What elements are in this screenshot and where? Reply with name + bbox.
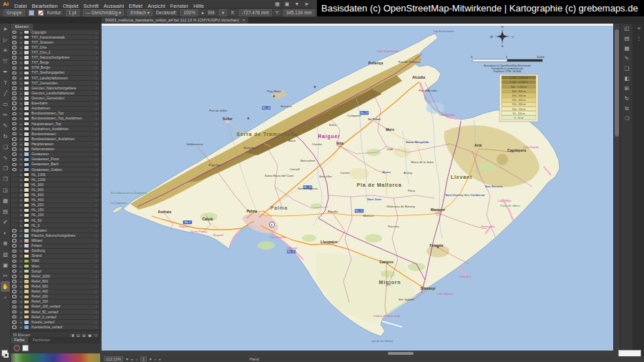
dock-panel-icon-1[interactable]: ▤ <box>620 34 633 44</box>
visibility-eye-icon[interactable] <box>11 279 19 283</box>
pencil-tool[interactable]: ✎ <box>1 120 10 131</box>
expand-icon[interactable]: ▸ <box>19 265 24 268</box>
tab-farbfelder[interactable]: Farbfelder <box>29 337 54 343</box>
expand-icon[interactable]: ▸ <box>19 92 24 95</box>
visibility-eye-icon[interactable] <box>11 325 19 329</box>
tab-farbe[interactable]: Farbe <box>11 337 28 343</box>
target-circle-icon[interactable]: ○ <box>95 285 99 288</box>
visibility-eye-icon[interactable] <box>11 56 19 60</box>
layer-name[interactable]: TXT_Orte_2 <box>29 51 95 54</box>
expand-icon[interactable]: ▸ <box>19 249 24 253</box>
target-circle-icon[interactable]: ○ <box>95 275 99 278</box>
target-circle-icon[interactable]: ○ <box>95 56 99 59</box>
hand-tool[interactable]: ✋ <box>1 281 10 292</box>
visibility-eye-icon[interactable] <box>11 142 19 146</box>
target-circle-icon[interactable]: ○ <box>95 117 99 120</box>
layer-name[interactable]: HL_0 <box>29 224 95 228</box>
perspective-grid-tool[interactable]: ◳ <box>1 185 10 195</box>
expand-icon[interactable]: ▸ <box>19 31 24 34</box>
visibility-eye-icon[interactable] <box>11 233 19 238</box>
column-graph-tool[interactable]: ▥ <box>1 249 10 260</box>
stroke-color-swatch[interactable] <box>38 10 44 16</box>
expand-icon[interactable]: ▸ <box>19 82 24 85</box>
expand-icon[interactable]: ▸ <box>19 198 24 202</box>
scale-tool[interactable]: ❏ <box>1 142 10 152</box>
layer-name[interactable]: HL_1200 <box>29 178 95 182</box>
visibility-eye-icon[interactable] <box>11 127 19 131</box>
visibility-eye-icon[interactable] <box>11 91 19 95</box>
fardock-icon-1[interactable]: ⋮ <box>633 34 644 44</box>
dock-panel-icon-3[interactable]: ✎ <box>620 54 633 64</box>
target-circle-icon[interactable]: ○ <box>95 127 99 131</box>
expand-icon[interactable]: ▸ <box>19 127 24 131</box>
visibility-eye-icon[interactable] <box>11 102 19 106</box>
expand-icon[interactable]: ▸ <box>19 259 24 263</box>
target-circle-icon[interactable]: ○ <box>95 107 99 110</box>
layer-name[interactable]: TXT_Orte <box>29 46 95 49</box>
vertical-scroll-thumb[interactable] <box>615 29 619 137</box>
visibility-eye-icon[interactable] <box>11 76 19 80</box>
visibility-eye-icon[interactable] <box>11 238 19 243</box>
tab-ebenen[interactable]: Ebenen <box>11 24 33 30</box>
stroke-well[interactable] <box>4 353 9 358</box>
layer-name[interactable]: Relief_400 <box>29 290 95 293</box>
document-canvas[interactable]: ✈ N O S W 0 5 10 km Basisdat <box>102 24 613 351</box>
expand-icon[interactable]: ▸ <box>19 152 24 156</box>
expand-icon[interactable]: ▸ <box>19 239 24 243</box>
visibility-eye-icon[interactable] <box>11 274 19 278</box>
dock-panel-icon-8[interactable]: ⧉ <box>620 104 633 114</box>
target-circle-icon[interactable]: ○ <box>95 310 99 314</box>
layer-name[interactable]: HL_800 <box>29 188 95 192</box>
target-circle-icon[interactable]: ○ <box>95 280 99 283</box>
zoom-tool[interactable]: ⌕ <box>1 292 10 303</box>
visibility-eye-icon[interactable] <box>11 300 19 304</box>
layer-name[interactable]: Wald <box>29 259 95 263</box>
target-circle-icon[interactable]: ○ <box>95 112 99 115</box>
x-field[interactable]: -727,476 mm <box>239 9 272 16</box>
pen-tool[interactable]: ✒ <box>1 67 10 77</box>
target-circle-icon[interactable]: ○ <box>95 66 99 69</box>
expand-icon[interactable]: ▸ <box>19 183 24 187</box>
horizontal-scrollbar[interactable] <box>102 351 613 356</box>
artboard-tool[interactable]: ▣ <box>1 260 10 270</box>
close-icon[interactable]: × <box>243 17 245 24</box>
target-circle-icon[interactable]: ○ <box>95 77 99 80</box>
expand-icon[interactable]: ▸ <box>19 203 24 207</box>
expand-icon[interactable]: ▸ <box>19 315 24 319</box>
prev-artboard-icon[interactable]: ‹ <box>136 357 137 361</box>
expand-icon[interactable]: ▸ <box>19 213 24 217</box>
visibility-eye-icon[interactable] <box>11 40 19 44</box>
document-tab[interactable]: 50063_mallorca_basiskarte_vektor_a4 bei … <box>102 17 248 24</box>
layer-name[interactable]: Relief_600 <box>29 285 95 288</box>
expand-icon[interactable]: ▸ <box>19 51 24 54</box>
target-circle-icon[interactable]: ○ <box>95 239 99 243</box>
expand-icon[interactable]: ▸ <box>19 244 24 248</box>
expand-icon[interactable]: ▸ <box>19 41 24 44</box>
visibility-eye-icon[interactable] <box>11 193 19 197</box>
visibility-eye-icon[interactable] <box>11 290 19 294</box>
expand-icon[interactable]: ▸ <box>19 321 24 324</box>
target-circle-icon[interactable]: ○ <box>95 224 99 228</box>
symbol-sprayer-tool[interactable]: ❁ <box>1 238 10 249</box>
expand-icon[interactable]: ▸ <box>19 87 24 90</box>
fardock-icon-0[interactable]: « <box>633 24 644 34</box>
target-circle-icon[interactable]: ○ <box>95 102 99 105</box>
visibility-eye-icon[interactable] <box>11 310 19 314</box>
expand-icon[interactable]: ▸ <box>19 112 24 115</box>
target-circle-icon[interactable]: ○ <box>95 168 99 172</box>
visibility-eye-icon[interactable] <box>11 182 19 187</box>
target-circle-icon[interactable]: ○ <box>95 270 99 273</box>
rectangle-tool[interactable]: ▭ <box>1 99 10 109</box>
target-circle-icon[interactable]: ○ <box>95 265 99 268</box>
layer-name[interactable]: TXT_Gemeinden <box>29 82 95 85</box>
visibility-eye-icon[interactable] <box>11 66 19 70</box>
layer-name[interactable]: Flaeche_Naturschutzgebiete <box>29 234 95 238</box>
target-circle-icon[interactable]: ○ <box>95 219 99 222</box>
layer-name[interactable]: Bundesstrassen_Top_Ausfahrten <box>29 117 95 120</box>
slice-tool[interactable]: ✄ <box>1 270 10 281</box>
layer-name[interactable]: HL_100 <box>29 213 95 217</box>
mesh-tool[interactable]: ▦ <box>1 195 10 206</box>
target-circle-icon[interactable]: ○ <box>95 193 99 197</box>
target-circle-icon[interactable]: ○ <box>95 36 99 39</box>
visibility-eye-icon[interactable] <box>11 172 19 177</box>
